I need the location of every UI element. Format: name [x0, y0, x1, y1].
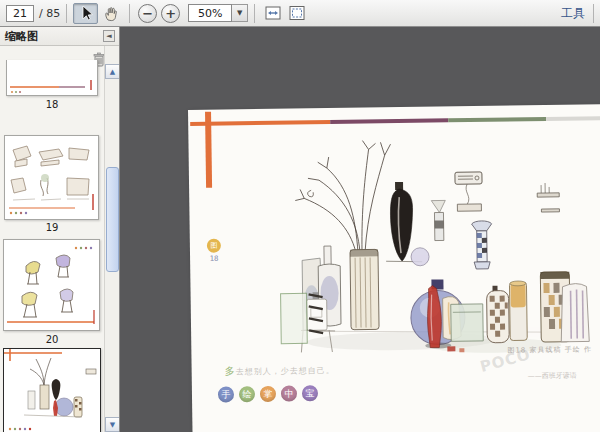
thumbnail-sketch: [5, 136, 98, 219]
scroll-up-button[interactable]: ▲: [105, 64, 120, 79]
toolbar-separator: [593, 4, 594, 23]
series-badge: 手: [218, 386, 234, 402]
series-badge: 宝: [302, 385, 318, 401]
thumbnails-panel-header: 缩略图 ◄: [0, 27, 120, 46]
thumbnail-label: 20: [0, 334, 104, 345]
scrollbar-thumb[interactable]: [106, 167, 119, 272]
toolbar: / 85 − + 50% ▼: [0, 0, 600, 27]
hand-icon: [102, 5, 119, 22]
series-badge: 绘: [239, 386, 255, 402]
figure-caption: 图18 家具线稿 手绘 作: [507, 344, 592, 355]
page-number-input[interactable]: [6, 5, 34, 22]
fit-width-button[interactable]: [261, 3, 285, 23]
toolbar-separator: [66, 4, 67, 23]
fit-page-button[interactable]: [285, 3, 309, 23]
toolbar-separator: [129, 4, 130, 23]
page-total-label: / 85: [39, 7, 60, 20]
figure-marker-number: 18: [204, 255, 224, 263]
thumbnail-label: 18: [0, 99, 104, 110]
fit-page-icon: [288, 5, 306, 21]
quote-text: 多去想别人，少去想自己。: [225, 363, 335, 379]
zoom-dropdown-button[interactable]: ▼: [232, 4, 248, 22]
thumbnail-label: 19: [0, 222, 104, 233]
series-badge: 中: [281, 386, 297, 402]
quote-first-char: 多: [225, 365, 236, 376]
toolbar-separator: [254, 4, 255, 23]
thumbnail-sketch: [7, 60, 97, 96]
panel-title: 缩略图: [5, 29, 38, 44]
select-tool-button[interactable]: [73, 3, 98, 24]
series-title-badges: 手 绘 掌 中 宝: [218, 385, 318, 402]
hand-tool-button[interactable]: [98, 3, 123, 24]
zoom-level-value[interactable]: 50%: [188, 4, 232, 22]
thumbnail-page-18[interactable]: [6, 60, 98, 96]
document-page-21: 图 18: [188, 104, 600, 432]
accent-segment-silver: [546, 116, 600, 121]
zoom-out-button[interactable]: −: [138, 4, 157, 23]
thumbnail-page-19[interactable]: [4, 135, 99, 220]
scroll-down-button[interactable]: ▼: [105, 417, 120, 432]
tools-panel-button[interactable]: 工具: [553, 5, 593, 22]
cursor-arrow-icon: [77, 4, 95, 22]
thumbnail-sketch: [4, 349, 100, 432]
thumbnail-sketch: [4, 240, 99, 330]
accent-segment-green: [448, 117, 546, 122]
accent-segment-orange: [190, 120, 330, 126]
thumbnail-list: 18: [0, 46, 104, 432]
workspace: 缩略图 ◄: [0, 27, 600, 432]
panel-collapse-button[interactable]: ◄: [103, 30, 115, 42]
still-life-sketch: [248, 134, 591, 369]
sidebar-scrollbar[interactable]: ▲ ▼: [104, 46, 119, 432]
quote-attribution: ——西班牙谚语: [528, 371, 577, 382]
accent-segment-plum: [330, 118, 448, 124]
thumbnail-page-21-selected[interactable]: [3, 348, 101, 432]
series-badge: 掌: [260, 386, 276, 402]
fit-width-icon: [264, 5, 282, 21]
pdf-viewer-window: / 85 − + 50% ▼: [0, 0, 600, 432]
accent-band: [190, 116, 600, 126]
zoom-in-button[interactable]: +: [161, 4, 180, 23]
thumbnails-panel: 缩略图 ◄: [0, 27, 120, 432]
document-canvas[interactable]: 图 18: [120, 27, 600, 432]
figure-marker-badge: 图: [207, 239, 221, 253]
thumbnail-page-20[interactable]: [3, 239, 100, 331]
